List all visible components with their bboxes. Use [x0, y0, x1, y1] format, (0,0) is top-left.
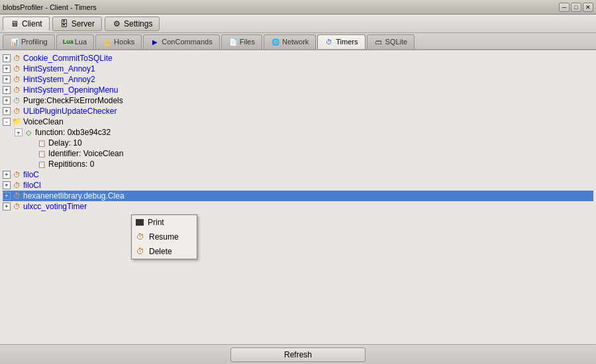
network-icon: 🌐 — [271, 37, 280, 46]
main-content[interactable]: + ⏱ Cookie_CommitToSQLite + ⏱ HintSystem… — [0, 50, 596, 344]
lua-icon: Lua — [64, 37, 73, 46]
timer-orange-icon8: ⏱ — [12, 191, 21, 201]
bottom-bar: Refresh — [0, 344, 596, 364]
tree-item-voiceclean[interactable]: - 📁 VoiceClean — [3, 116, 593, 127]
context-menu: Print ⏱ Resume ⏱ Delete — [131, 214, 197, 259]
tree-item-hintsys1[interactable]: + ⏱ HintSystem_Annoy1 — [3, 64, 593, 74]
refresh-button[interactable]: Refresh — [230, 347, 366, 362]
expand-filoc[interactable]: + — [3, 171, 11, 179]
tree-item-hexane[interactable]: + ⏱ hexanenetlibrary.debug.Clea — [3, 191, 593, 201]
timer-orange-icon: ⏱ — [12, 54, 21, 63]
chart-icon: 📊 — [10, 37, 19, 46]
tree-label-ulxcc: ulxcc_votingTimer — [23, 202, 87, 211]
tree-label-purge: Purge:CheckFixErrorModels — [23, 96, 123, 105]
expand-filocl[interactable]: + — [3, 181, 11, 189]
timer-orange-icon6: ⏱ — [12, 170, 21, 179]
close-button[interactable]: ✕ — [583, 3, 593, 12]
timer-darkred-icon: ⏱ — [12, 96, 21, 105]
tree-item-voiceclean-rep[interactable]: 📋 Repititions: 0 — [3, 159, 593, 169]
hook-icon: 🪝 — [103, 37, 112, 46]
tree-item-cookie[interactable]: + ⏱ Cookie_CommitToSQLite — [3, 53, 593, 64]
tree-item-voiceclean-id[interactable]: 📋 Identifier: VoiceClean — [3, 148, 593, 159]
tab-concommands-label: ConCommands — [162, 38, 212, 46]
tree-item-hintopening[interactable]: + ⏱ HintSystem_OpeningMenu — [3, 85, 593, 95]
tree-label-voiceclean: VoiceClean — [23, 117, 64, 126]
tree-item-purge[interactable]: + ⏱ Purge:CheckFixErrorModels — [3, 95, 593, 106]
tree-label-hintsys2: HintSystem_Annoy2 — [23, 75, 95, 84]
expand-hintsys1[interactable]: + — [3, 65, 11, 73]
monitor-icon: 🖥 — [10, 19, 19, 28]
doc-icon3: 📋 — [37, 159, 46, 169]
resume-icon: ⏱ — [136, 232, 145, 242]
timer-orange-icon3: ⏱ — [12, 75, 21, 84]
tree-label-voiceclean-func: function: 0xb3e94c32 — [35, 128, 111, 137]
tab-hooks-label: Hooks — [114, 38, 134, 46]
menu-bar: 🖥 Client 🗄 Server ⚙ Settings — [0, 15, 596, 33]
tab-network[interactable]: 🌐 Network — [264, 34, 316, 49]
expand-hintsys2[interactable]: + — [3, 75, 11, 83]
timer-orange-icon7: ⏱ — [12, 181, 21, 190]
tree-label-filocl: filoCl — [23, 181, 41, 190]
timer-orange-icon5: ⏱ — [12, 107, 21, 116]
tree-item-ulxcc[interactable]: + ⏱ ulxcc_votingTimer — [3, 201, 593, 212]
doc-icon2: 📋 — [37, 149, 46, 158]
tab-hooks[interactable]: 🪝 Hooks — [95, 34, 142, 49]
expand-hintopening[interactable]: + — [3, 86, 11, 94]
window-title: blobsProfiler - Client - Timers — [3, 3, 97, 11]
menu-tab-settings[interactable]: ⚙ Settings — [105, 17, 160, 31]
context-menu-delete-label: Delete — [149, 247, 172, 256]
menu-tab-settings-label: Settings — [124, 19, 152, 28]
tree-item-filocl[interactable]: + ⏱ filoCl — [3, 180, 593, 191]
expand-cookie[interactable]: + — [3, 54, 11, 62]
tab-sqlite[interactable]: 🗃 SQLite — [367, 34, 415, 49]
tab-lua[interactable]: Lua Lua — [56, 34, 94, 49]
tree-item-filoc[interactable]: + ⏱ filoC — [3, 169, 593, 180]
tree-label-voiceclean-delay: Delay: 10 — [48, 138, 82, 148]
expand-hexane[interactable]: + — [3, 192, 11, 200]
menu-tab-server-label: Server — [72, 19, 95, 28]
context-menu-item-delete[interactable]: ⏱ Delete — [132, 244, 197, 259]
menu-tab-server[interactable]: 🗄 Server — [52, 17, 102, 31]
doc-icon1: 📋 — [37, 138, 46, 148]
tab-timers[interactable]: ⏱ Timers — [317, 34, 365, 49]
arrow-green-icon: ◇ — [24, 128, 33, 137]
expand-ulxcc[interactable]: + — [3, 203, 11, 210]
tab-profiling[interactable]: 📊 Profiling — [3, 34, 55, 49]
context-menu-item-print[interactable]: Print — [132, 215, 197, 230]
expand-ulib[interactable]: + — [3, 107, 11, 115]
cmd-icon: ▶ — [150, 37, 160, 46]
tree-label-ulib: ULibPluginUpdateChecker — [23, 107, 117, 116]
file-icon: 📄 — [228, 37, 238, 46]
tree-label-hintsys1: HintSystem_Annoy1 — [23, 64, 95, 73]
tree-label-voiceclean-id: Identifier: VoiceClean — [48, 149, 123, 158]
expand-voiceclean-func[interactable]: + — [15, 128, 23, 136]
tab-bar: 📊 Profiling Lua Lua 🪝 Hooks ▶ ConCommand… — [0, 33, 596, 50]
minimize-button[interactable]: ─ — [559, 3, 570, 12]
folder-icon: 📁 — [12, 117, 21, 126]
tab-sqlite-label: SQLite — [385, 38, 408, 46]
delete-icon: ⏱ — [136, 247, 145, 256]
tab-lua-label: Lua — [75, 38, 87, 46]
tree-item-voiceclean-delay[interactable]: 📋 Delay: 10 — [3, 138, 593, 148]
tree-item-hintsys2[interactable]: + ⏱ HintSystem_Annoy2 — [3, 74, 593, 85]
expand-voiceclean[interactable]: - — [3, 118, 11, 126]
tree-item-ulib[interactable]: + ⏱ ULibPluginUpdateChecker — [3, 106, 593, 116]
tree-label-cookie: Cookie_CommitToSQLite — [23, 54, 113, 63]
context-menu-item-resume[interactable]: ⏱ Resume — [132, 230, 197, 244]
maximize-button[interactable]: □ — [571, 3, 581, 12]
tab-profiling-label: Profiling — [21, 38, 48, 46]
tab-concommands[interactable]: ▶ ConCommands — [143, 34, 219, 49]
tree-item-voiceclean-func[interactable]: + ◇ function: 0xb3e94c32 — [3, 127, 593, 138]
menu-tab-client[interactable]: 🖥 Client — [3, 17, 50, 31]
tree-label-hexane: hexanenetlibrary.debug.Clea — [23, 191, 124, 201]
timer-orange-icon2: ⏱ — [12, 64, 21, 73]
expand-purge[interactable]: + — [3, 97, 11, 105]
tab-files[interactable]: 📄 Files — [221, 34, 262, 49]
gear-icon: ⚙ — [112, 19, 121, 28]
db-icon: 🗃 — [374, 37, 383, 46]
menu-tab-client-label: Client — [22, 19, 42, 28]
context-menu-resume-label: Resume — [149, 232, 179, 242]
tab-network-label: Network — [282, 38, 309, 46]
tree-label-hintopening: HintSystem_OpeningMenu — [23, 85, 118, 95]
tab-timers-label: Timers — [336, 38, 358, 46]
